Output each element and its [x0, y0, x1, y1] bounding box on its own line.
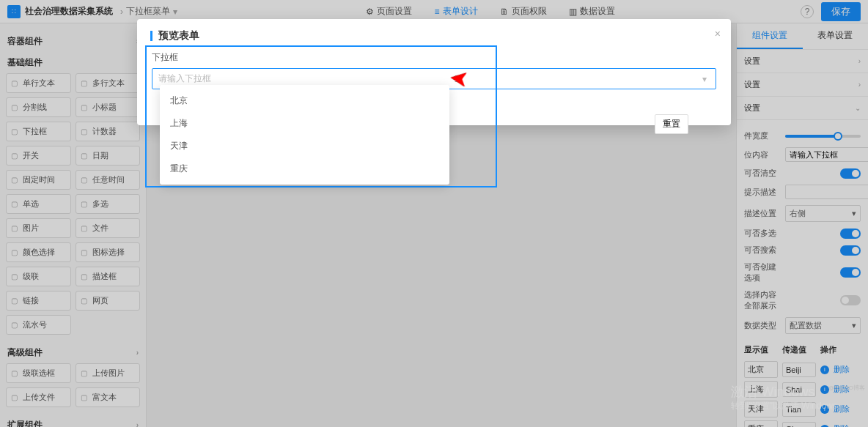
- component-icon: ▢: [81, 103, 89, 111]
- component-icon: ▢: [81, 79, 89, 87]
- chevron-right-icon: ›: [858, 81, 861, 89]
- app-logo: ∷: [7, 5, 21, 18]
- palette-chip[interactable]: ▢上传文件: [6, 387, 71, 407]
- delete-link[interactable]: 删除: [834, 404, 850, 415]
- palette-chip[interactable]: ▢富文本: [76, 387, 141, 407]
- section-basic[interactable]: 基础组件: [6, 52, 140, 73]
- palette-chip[interactable]: ▢链接: [6, 291, 71, 311]
- option-tianjin[interactable]: 天津: [160, 135, 449, 157]
- palette-chip[interactable]: ▢流水号: [6, 315, 71, 335]
- multi-switch[interactable]: [840, 229, 861, 239]
- component-icon: ▢: [11, 272, 20, 281]
- tab-component-settings[interactable]: 组件设置: [737, 23, 803, 49]
- palette-chip[interactable]: ▢分割线: [6, 97, 71, 117]
- tip-input[interactable]: [785, 185, 868, 199]
- delete-link[interactable]: 删除: [834, 423, 850, 427]
- nav-page-settings[interactable]: ⚙页面设置: [366, 5, 412, 18]
- help-icon[interactable]: ?: [801, 5, 814, 18]
- fullshow-switch[interactable]: [840, 295, 861, 305]
- close-icon[interactable]: ×: [715, 28, 721, 40]
- palette-chip[interactable]: ▢多选: [76, 194, 141, 214]
- modal-title: 预览表单: [158, 29, 199, 42]
- search-switch[interactable]: [840, 245, 861, 256]
- section-container[interactable]: 容器组件›: [6, 31, 140, 52]
- option-shanghai[interactable]: 上海: [160, 112, 449, 135]
- chevron-down-icon: ▾: [173, 7, 177, 17]
- palette-chip[interactable]: ▢文件: [76, 218, 141, 238]
- component-icon: ▢: [11, 321, 20, 329]
- palette-chip[interactable]: ▢日期: [76, 146, 141, 166]
- list-icon: ≡: [434, 7, 439, 17]
- info-icon[interactable]: i: [820, 365, 829, 374]
- breadcrumb[interactable]: 下拉框菜单: [126, 5, 170, 18]
- palette-chip[interactable]: ▢多行文本: [76, 73, 141, 93]
- position-select[interactable]: 右侧▾: [785, 205, 861, 222]
- clearable-switch[interactable]: [840, 168, 861, 179]
- pass-value[interactable]: Shai: [782, 382, 816, 397]
- component-icon: ▢: [11, 369, 20, 377]
- palette-chip[interactable]: ▢固定时间: [6, 170, 71, 190]
- accordion-3[interactable]: 设置⌄: [737, 97, 868, 120]
- tab-form-settings[interactable]: 表单设置: [803, 23, 869, 49]
- palette-chip[interactable]: ▢任意时间: [76, 170, 141, 190]
- pass-value[interactable]: Tian: [782, 402, 816, 417]
- datatype-select[interactable]: 配置数据▾: [785, 317, 861, 334]
- palette-chip[interactable]: ▢计数器: [76, 122, 141, 141]
- component-icon: ▢: [81, 152, 89, 160]
- component-icon: ▢: [11, 297, 20, 305]
- delete-link[interactable]: 删除: [834, 364, 850, 375]
- component-icon: ▢: [81, 200, 89, 208]
- palette-chip[interactable]: ▢网页: [76, 291, 141, 311]
- reset-button[interactable]: 重置: [655, 114, 688, 134]
- display-value[interactable]: 北京: [744, 361, 778, 378]
- palette-chip[interactable]: ▢开关: [6, 146, 71, 166]
- page-icon: 🗎: [500, 7, 509, 17]
- display-value[interactable]: 天津: [744, 401, 778, 417]
- palette-chip[interactable]: ▢下拉框: [6, 122, 71, 141]
- display-value[interactable]: 重庆: [744, 420, 778, 427]
- component-icon: ▢: [81, 224, 89, 232]
- section-advanced[interactable]: 高级组件›: [6, 342, 140, 363]
- component-icon: ▢: [81, 248, 89, 256]
- component-icon: ▢: [81, 393, 89, 401]
- component-icon: ▢: [81, 127, 89, 135]
- palette-chip[interactable]: ▢图标选择: [76, 242, 141, 262]
- save-button[interactable]: 保存: [821, 2, 861, 21]
- palette-chip[interactable]: ▢单行文本: [6, 73, 71, 93]
- clearable-label: 可否清空: [744, 168, 781, 179]
- section-extension[interactable]: 扩展组件›: [6, 415, 140, 427]
- chevron-right-icon: ›: [136, 349, 139, 357]
- info-icon[interactable]: i: [820, 405, 829, 414]
- accordion-1[interactable]: 设置›: [737, 50, 868, 73]
- palette-chip[interactable]: ▢单选: [6, 194, 71, 214]
- pass-value[interactable]: Beiji: [782, 363, 816, 377]
- option-beijing[interactable]: 北京: [160, 89, 449, 112]
- component-palette: 容器组件› 基础组件 ▢单行文本▢多行文本▢分割线▢小标题▢下拉框▢计数器▢开关…: [0, 23, 147, 427]
- width-slider[interactable]: [785, 135, 861, 138]
- data-table-head: 显示值传递值操作: [744, 340, 861, 358]
- option-chongqing[interactable]: 重庆: [160, 157, 449, 180]
- pass-value[interactable]: Cho: [782, 422, 816, 428]
- palette-chip[interactable]: ▢级联选框: [6, 363, 71, 383]
- width-label: 件宽度: [744, 130, 781, 141]
- search-label: 可否搜索: [744, 245, 781, 256]
- create-switch[interactable]: [840, 267, 861, 278]
- palette-chip[interactable]: ▢小标题: [76, 97, 141, 117]
- accordion-2[interactable]: 设置›: [737, 73, 868, 97]
- palette-chip[interactable]: ▢级联: [6, 267, 71, 286]
- nav-page-auth[interactable]: 🗎页面权限: [500, 5, 547, 18]
- corner-mark: @51CTO博客: [828, 384, 865, 392]
- placeholder-input[interactable]: [785, 147, 868, 162]
- info-icon[interactable]: i: [820, 385, 829, 394]
- table-row: 重庆Choi删除: [744, 420, 861, 427]
- palette-chip[interactable]: ▢颜色选择: [6, 242, 71, 262]
- display-value[interactable]: 上海: [744, 381, 778, 398]
- info-icon[interactable]: i: [820, 425, 829, 428]
- chevron-down-icon: ▾: [702, 74, 710, 84]
- palette-chip[interactable]: ▢图片: [6, 218, 71, 238]
- select-placeholder: 请输入下拉框: [158, 73, 211, 85]
- palette-chip[interactable]: ▢上传图片: [76, 363, 141, 383]
- palette-chip[interactable]: ▢描述框: [76, 267, 141, 286]
- component-icon: ▢: [11, 248, 20, 256]
- nav-data-settings[interactable]: ▥数据设置: [569, 5, 615, 18]
